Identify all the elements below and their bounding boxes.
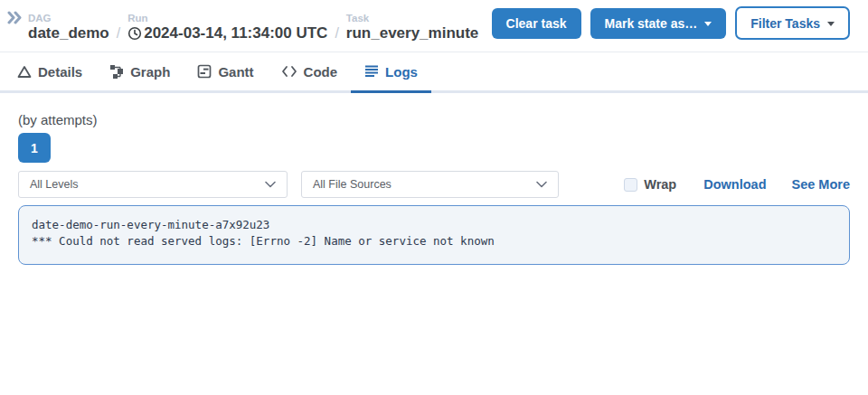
tab-details-label: Details	[38, 64, 82, 80]
log-level-value: All Levels	[30, 178, 79, 191]
breadcrumb-dag[interactable]: DAG date_demo	[28, 13, 109, 42]
download-link[interactable]: Download	[703, 177, 766, 192]
dag-label: DAG	[28, 13, 109, 24]
tab-graph[interactable]: Graph	[96, 52, 184, 93]
wrap-checkbox[interactable]	[624, 178, 637, 192]
mark-state-as-button[interactable]: Mark state as…	[590, 8, 727, 39]
chevron-down-icon	[536, 178, 547, 191]
clear-task-label: Clear task	[506, 16, 567, 31]
board-chart-icon	[197, 64, 212, 79]
breadcrumb-separator: /	[335, 25, 338, 42]
breadcrumb: DAG date_demo / Run 2024-03-14, 11:34:00…	[28, 13, 478, 42]
breadcrumb-run[interactable]: Run 2024-03-14, 11:34:00 UTC	[127, 13, 327, 42]
log-line: *** Could not read served logs: [Errno -…	[32, 233, 836, 249]
run-label: Run	[127, 13, 327, 24]
clock-icon	[127, 26, 142, 41]
node-graph-icon	[109, 64, 124, 79]
run-value: 2024-03-14, 11:34:00 UTC	[127, 24, 327, 42]
log-output-box[interactable]: date-demo-run-every-minute-a7x92u23 *** …	[18, 205, 850, 265]
task-label: Task	[346, 13, 478, 24]
caret-down-icon	[704, 22, 712, 26]
clear-task-button[interactable]: Clear task	[492, 8, 581, 39]
mark-state-as-label: Mark state as…	[605, 16, 698, 31]
tab-logs-label: Logs	[385, 64, 418, 80]
filter-tasks-label: Filter Tasks	[750, 16, 820, 31]
log-tools: Wrap Download See More	[624, 177, 850, 192]
run-timestamp: 2024-03-14, 11:34:00 UTC	[144, 24, 327, 42]
triangle-icon	[17, 65, 32, 79]
list-lines-icon	[364, 65, 379, 78]
wrap-label: Wrap	[644, 177, 676, 192]
by-attempts-label: (by attempts)	[18, 112, 850, 127]
filter-tasks-button[interactable]: Filter Tasks	[735, 6, 850, 40]
chevron-down-icon	[265, 178, 276, 191]
tab-logs[interactable]: Logs	[351, 52, 431, 93]
breadcrumb-task[interactable]: Task run_every_minute	[346, 13, 478, 42]
wrap-toggle[interactable]: Wrap	[624, 177, 676, 192]
log-level-select[interactable]: All Levels	[18, 171, 288, 198]
dag-name: date_demo	[28, 24, 109, 42]
file-source-select[interactable]: All File Sources	[301, 171, 559, 198]
task-name: run_every_minute	[346, 24, 478, 42]
header-bar: DAG date_demo / Run 2024-03-14, 11:34:00…	[0, 0, 868, 52]
header-actions: Clear task Mark state as… Filter Tasks	[492, 6, 850, 42]
log-line: date-demo-run-every-minute-a7x92u23	[32, 217, 836, 233]
double-chevron-right-icon[interactable]	[7, 11, 23, 28]
angle-brackets-icon	[281, 65, 297, 78]
logs-panel: (by attempts) 1 All Levels All File Sour…	[0, 112, 868, 265]
tab-code-label: Code	[304, 64, 338, 80]
caret-down-icon	[827, 22, 835, 26]
attempt-1-button[interactable]: 1	[18, 133, 51, 163]
breadcrumb-separator: /	[117, 25, 120, 42]
tab-gantt-label: Gantt	[218, 64, 253, 80]
attempt-row: 1	[18, 133, 850, 163]
see-more-link[interactable]: See More	[792, 177, 850, 192]
tab-gantt[interactable]: Gantt	[184, 52, 267, 93]
tab-bar: Details Graph Gantt	[0, 52, 868, 93]
log-filter-row: All Levels All File Sources Wrap Downloa…	[18, 171, 850, 198]
tab-details[interactable]: Details	[4, 52, 96, 93]
file-source-value: All File Sources	[313, 178, 392, 191]
tab-code[interactable]: Code	[268, 52, 352, 93]
tab-graph-label: Graph	[130, 64, 170, 80]
